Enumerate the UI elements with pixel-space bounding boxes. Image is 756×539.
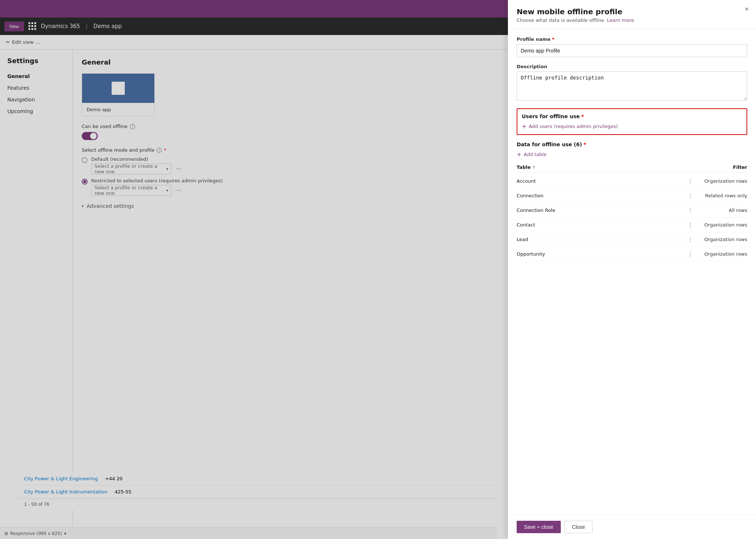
profile-name-required: * (552, 36, 555, 42)
table-row: Connection ⋮ Related rows only (517, 189, 747, 203)
td-account: Account (517, 178, 684, 184)
profile-name-label: Profile name * (517, 36, 747, 42)
td-connection-role: Connection Role (517, 208, 684, 213)
table-header: Table ↑ Filter (517, 162, 747, 172)
close-button[interactable]: Close (564, 521, 593, 533)
data-section-header: Data for offline use (6) * (517, 141, 747, 147)
th-table: Table ↑ (517, 164, 689, 170)
td-connection-role-filter: All rows (696, 208, 747, 213)
panel-close-button[interactable]: × (745, 6, 749, 12)
td-lead-filter: Organization rows (696, 237, 747, 242)
td-opportunity: Opportunity (517, 251, 684, 257)
learn-more-link[interactable]: Learn more (607, 18, 634, 23)
row-dots-lead[interactable]: ⋮ (684, 236, 696, 243)
data-section: Data for offline use (6) * + Add table T… (517, 141, 747, 261)
data-table: Table ↑ Filter Account ⋮ Organization ro… (517, 162, 747, 261)
td-contact-filter: Organization rows (696, 222, 747, 228)
td-account-filter: Organization rows (696, 178, 747, 184)
profile-name-group: Profile name * (517, 36, 747, 57)
add-table-plus-icon: + (517, 151, 521, 158)
row-dots-contact[interactable]: ⋮ (684, 221, 696, 228)
description-textarea[interactable]: Offline profile description (517, 71, 747, 101)
row-dots-opportunity[interactable]: ⋮ (684, 251, 696, 257)
panel-subtitle: Choose what data is available offline. L… (517, 18, 747, 23)
row-dots-connection[interactable]: ⋮ (684, 192, 696, 199)
description-label: Description (517, 64, 747, 69)
table-row: Connection Role ⋮ All rows (517, 203, 747, 218)
td-lead: Lead (517, 237, 684, 242)
panel-title: New mobile offline profile (517, 7, 747, 16)
td-opportunity-filter: Organization rows (696, 251, 747, 257)
row-dots-account[interactable]: ⋮ (684, 178, 696, 185)
panel-footer: Save + close Close (508, 515, 756, 539)
save-close-button[interactable]: Save + close (517, 521, 561, 533)
table-row: Opportunity ⋮ Organization rows (517, 247, 747, 261)
description-group: Description Offline profile description (517, 64, 747, 102)
data-required-star: * (583, 141, 586, 147)
td-connection: Connection (517, 193, 684, 198)
table-row: Contact ⋮ Organization rows (517, 218, 747, 232)
table-row: Account ⋮ Organization rows (517, 174, 747, 189)
add-users-link[interactable]: + Add users (requires admin privileges) (522, 123, 742, 130)
td-contact: Contact (517, 222, 684, 228)
table-row: Lead ⋮ Organization rows (517, 232, 747, 247)
sort-icon: ↑ (532, 165, 535, 169)
th-filter: Filter (689, 164, 747, 170)
profile-name-input[interactable] (517, 44, 747, 57)
td-connection-filter: Related rows only (696, 193, 747, 198)
panel-body: Profile name * Description Offline profi… (508, 29, 756, 515)
users-section-header: Users for offline use * (522, 113, 742, 119)
overlay (0, 0, 514, 539)
users-required-star: * (581, 113, 584, 119)
add-table-link[interactable]: + Add table (517, 151, 747, 158)
panel: New mobile offline profile Choose what d… (508, 0, 756, 539)
row-dots-connection-role[interactable]: ⋮ (684, 207, 696, 214)
panel-header: New mobile offline profile Choose what d… (508, 0, 756, 29)
users-section: Users for offline use * + Add users (req… (517, 108, 747, 135)
plus-icon: + (522, 123, 526, 130)
